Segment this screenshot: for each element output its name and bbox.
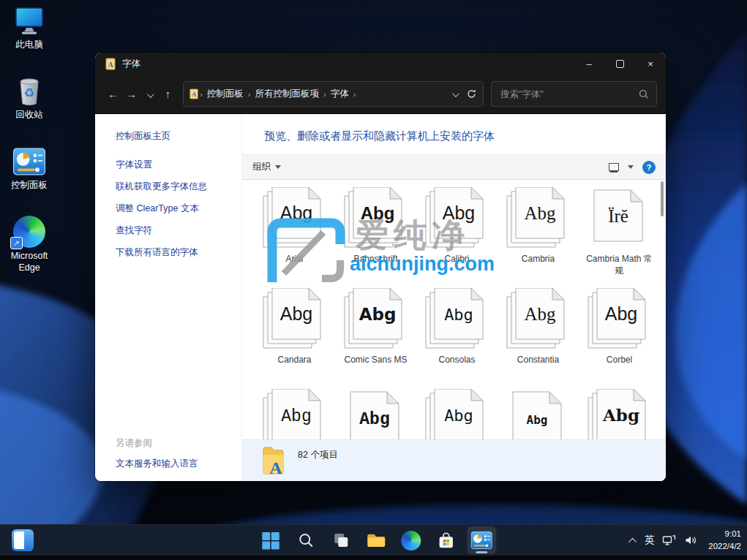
font-file-icon: Abg <box>423 187 492 253</box>
maximize-button[interactable] <box>604 53 635 75</box>
svg-text:Abg: Abg <box>359 410 389 429</box>
font-tile[interactable]: Abg <box>335 389 416 439</box>
sidebar-task-link[interactable]: 联机获取更多字体信息 <box>116 181 234 193</box>
breadcrumb-item[interactable]: 字体 <box>327 88 353 100</box>
organize-button[interactable]: 组织 <box>252 161 281 173</box>
sidebar-item-home[interactable]: 控制面板主页 <box>116 130 234 143</box>
title-bar[interactable]: A 字体 – × <box>95 53 666 75</box>
font-tile[interactable]: AbgCorbel <box>579 288 660 379</box>
search-icon <box>297 531 315 549</box>
control-panel-button-active[interactable] <box>467 526 496 554</box>
fonts-window: A 字体 – × ← → ↑ A › 控制面板›所有控制面板项›字体› <box>95 53 666 481</box>
help-button[interactable]: ? <box>642 161 656 174</box>
font-file-icon: Abg <box>342 389 410 439</box>
maximize-icon <box>616 60 624 68</box>
edge-button[interactable] <box>397 526 426 554</box>
svg-text:Abg: Abg <box>601 405 639 425</box>
font-tile[interactable]: AbgArial <box>254 187 335 278</box>
breadcrumb-item[interactable]: 控制面板 <box>203 88 247 100</box>
sidebar-item-text-services[interactable]: 文本服务和输入语言 <box>116 458 234 470</box>
up-button[interactable]: ↑ <box>159 88 177 100</box>
font-file-icon: Abg <box>342 187 410 253</box>
font-name-label: Candara <box>277 354 311 379</box>
edge-icon: ↗ <box>13 216 45 248</box>
svg-text:♻: ♻ <box>23 86 34 100</box>
svg-text:Abg: Abg <box>359 305 396 324</box>
font-grid: AbgArialAbgBahnschriftAbgCalibriAbgCambr… <box>242 178 666 439</box>
sidebar-task-link[interactable]: 查找字符 <box>116 224 234 237</box>
font-tile[interactable]: AbgBahnschrift <box>335 187 416 278</box>
sidebar-task-link[interactable]: 下载所有语言的字体 <box>116 246 234 259</box>
store-button[interactable] <box>432 526 461 554</box>
sidebar-task-link[interactable]: 调整 ClearType 文本 <box>116 203 234 215</box>
svg-text:A: A <box>108 61 113 69</box>
font-tile[interactable]: Abg <box>254 389 335 439</box>
svg-text:Ïrĕ: Ïrĕ <box>608 206 628 226</box>
font-tile[interactable]: AbgCambria <box>498 187 579 278</box>
sidebar-task-link[interactable]: 字体设置 <box>116 159 234 171</box>
view-dropdown-chevron[interactable] <box>628 165 634 169</box>
font-name-label: Cambria Math 常规 <box>584 253 656 278</box>
page-title: 预览、删除或者显示和隐藏计算机上安装的字体 <box>242 114 666 154</box>
font-tile[interactable]: AbgConsolas <box>416 288 498 379</box>
search-input[interactable] <box>499 88 639 100</box>
font-tile[interactable]: Abg <box>416 389 498 439</box>
desktop-icon-control-panel[interactable]: 控制面板 <box>3 146 56 192</box>
task-view-button[interactable] <box>326 526 356 554</box>
desktop-icon-label: 此电脑 <box>15 39 43 51</box>
close-button[interactable]: × <box>635 53 666 75</box>
items-count: 82 个项目 <box>298 446 338 481</box>
svg-text:Abg: Abg <box>281 407 311 426</box>
file-explorer-button[interactable] <box>361 526 391 554</box>
task-view-icon <box>331 531 350 550</box>
font-name-label: Consolas <box>438 354 475 379</box>
font-tile[interactable]: AbgConstantia <box>498 288 579 379</box>
sidebar-see-also-group: 另请参阅 文本服务和输入语言 <box>116 437 234 470</box>
forward-button[interactable]: → <box>122 88 140 100</box>
desktop-icon-recycle-bin[interactable]: ♻ 回收站 <box>3 75 56 121</box>
desktop-icon-this-pc[interactable]: 此电脑 <box>3 6 56 51</box>
network-icon[interactable] <box>662 534 676 547</box>
font-name-label: Corbel <box>607 354 632 379</box>
font-file-icon: Abg <box>342 288 410 354</box>
font-tile[interactable]: AbgComic Sans MS <box>335 288 416 379</box>
address-dropdown-chevron[interactable] <box>452 89 457 99</box>
font-file-icon: Abg <box>260 288 329 354</box>
font-tile[interactable]: Abg <box>579 389 660 439</box>
volume-icon[interactable] <box>684 534 697 546</box>
desktop-icon-edge[interactable]: ↗ Microsoft Edge <box>3 216 56 273</box>
font-tile[interactable]: AbgCandara <box>254 288 335 379</box>
svg-text:Abg: Abg <box>444 406 473 425</box>
file-explorer-icon <box>366 531 386 550</box>
navigation-bar: ← → ↑ A › 控制面板›所有控制面板项›字体› <box>95 75 666 114</box>
taskbar-search-button[interactable] <box>291 526 320 554</box>
organize-label: 组织 <box>252 161 271 173</box>
change-view-icon[interactable] <box>609 163 619 171</box>
tray-date: 2022/4/2 <box>708 540 741 553</box>
refresh-icon[interactable] <box>466 88 477 99</box>
minimize-button[interactable]: – <box>574 53 604 75</box>
windows-start-icon <box>261 531 279 550</box>
font-tile[interactable]: AbgCalibri <box>416 187 498 278</box>
window-title: 字体 <box>122 58 574 70</box>
widgets-button[interactable] <box>12 529 34 551</box>
font-tile[interactable]: Abg <box>498 389 579 439</box>
recent-pages-chevron[interactable] <box>140 88 159 100</box>
clock[interactable]: 9:01 2022/4/2 <box>705 528 741 552</box>
font-tile[interactable]: ÏrĕCambria Math 常规 <box>579 187 660 278</box>
font-name-label: Constantia <box>517 354 559 379</box>
svg-text:Abg: Abg <box>604 303 637 324</box>
active-app-indicator <box>476 551 487 553</box>
svg-text:Abg: Abg <box>360 203 394 223</box>
back-button[interactable]: ← <box>104 88 122 100</box>
search-box[interactable] <box>491 81 657 107</box>
fonts-folder-icon: A <box>189 88 199 99</box>
svg-text:Abg: Abg <box>442 203 474 223</box>
address-bar[interactable]: A › 控制面板›所有控制面板项›字体› <box>183 81 484 107</box>
scrollbar-thumb[interactable] <box>661 181 664 216</box>
tray-overflow-chevron[interactable] <box>631 534 637 547</box>
start-button[interactable] <box>256 526 285 554</box>
breadcrumb-item[interactable]: 所有控制面板项 <box>251 88 323 100</box>
control-panel-icon <box>470 530 492 550</box>
ime-indicator[interactable]: 英 <box>645 534 655 547</box>
